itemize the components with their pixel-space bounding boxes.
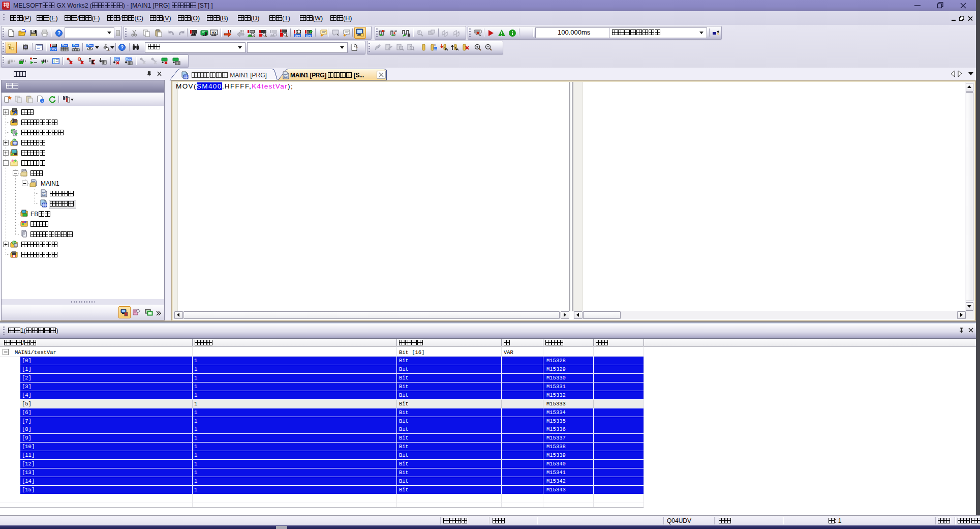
- svg-text:IL: IL: [434, 44, 436, 47]
- svg-text:Dev: Dev: [295, 34, 300, 37]
- svg-text:Dev: Dev: [87, 44, 93, 47]
- svg-text:Dev: Dev: [114, 57, 120, 61]
- svg-text:Dev: Dev: [306, 34, 312, 37]
- svg-text:?: ?: [57, 31, 60, 36]
- svg-text:?: ?: [120, 45, 124, 50]
- svg-text:Dev: Dev: [73, 44, 79, 47]
- svg-text:Dev: Dev: [62, 44, 68, 47]
- svg-text:ST: ST: [284, 75, 288, 78]
- svg-text:Dev: Dev: [126, 57, 132, 61]
- svg-text:Dev: Dev: [50, 47, 56, 51]
- svg-text:ST: ST: [42, 193, 46, 196]
- svg-text:HX: HX: [211, 31, 217, 35]
